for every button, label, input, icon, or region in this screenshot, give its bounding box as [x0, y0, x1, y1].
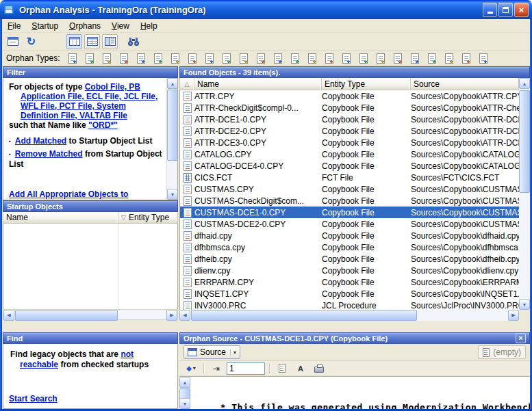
line-number-input[interactable] [227, 362, 265, 375]
scroll-down-icon[interactable]: ▼ [519, 299, 530, 310]
found-col-source[interactable]: Source [411, 78, 518, 90]
details-view-icon[interactable] [66, 34, 82, 49]
menu-orphans[interactable]: Orphans [64, 20, 106, 32]
table-row[interactable]: CUSTMAS-DCE2-0.CPY Copybook File Sources… [180, 218, 519, 230]
table-row[interactable]: CATALOG-DCE4-0.CPY Copybook File Sources… [180, 160, 519, 172]
table-row[interactable]: dlienv.cpy Copybook File Sources\Copyboo… [180, 265, 519, 276]
table-row[interactable]: INV3000.PRC JCL Procedure Sources\JclPro… [180, 300, 519, 310]
orphan-type-icon[interactable] [134, 51, 149, 65]
table-row[interactable]: CATALOG.CPY Copybook File Sources\Copybo… [180, 148, 519, 160]
titlebar[interactable]: Orphan Analysis - TrainingOra (TrainingO… [0, 0, 532, 19]
add-all-link[interactable]: Add All Appropriate Objects to [9, 189, 128, 199]
orphan-type-icon[interactable] [425, 51, 440, 65]
table-row[interactable]: CUSTMAS-DCE1-0.CPY Copybook File Sources… [180, 207, 519, 218]
table-row[interactable]: ERRPARM.CPY Copybook File Sources\Copybo… [180, 276, 519, 288]
menu-startup[interactable]: Startup [26, 20, 64, 32]
orphan-type-icon[interactable] [391, 51, 405, 65]
scroll-up-icon[interactable]: ▲ [167, 78, 178, 89]
orphan-type-icon[interactable] [340, 51, 354, 65]
orphan-type-icon[interactable] [117, 51, 131, 65]
table-row[interactable]: dfheib.cpy Copybook File Sources\Copyboo… [180, 253, 519, 265]
filter-scrollbar[interactable]: ▲ ▼ [166, 78, 177, 200]
scroll-down-icon[interactable]: ▼ [167, 189, 178, 200]
table-row[interactable]: ATTR.CPY Copybook File Sources\Copybook\… [180, 90, 519, 102]
orphan-type-icon[interactable] [288, 51, 303, 65]
found-objects-vscrollbar[interactable]: ▲ ▼ [519, 78, 530, 310]
remove-matched-link[interactable]: Remove Matched [15, 149, 83, 159]
source-view-button[interactable]: Source ▾ [183, 345, 240, 359]
orphan-type-icon[interactable] [477, 51, 491, 65]
scroll-right-icon[interactable]: ▶ [508, 310, 519, 321]
menu-view[interactable]: View [106, 20, 135, 32]
scroll-thumb[interactable] [519, 90, 530, 193]
table-row[interactable]: CUSTMAS-CheckDigit$com... Copybook File … [180, 195, 519, 207]
filter-panel-header[interactable]: Filter [3, 66, 178, 78]
scroll-up-icon[interactable]: ▲ [179, 377, 190, 388]
orphan-type-icon[interactable] [237, 51, 251, 65]
minimize-button[interactable] [483, 3, 497, 17]
found-col-entity-type[interactable]: Entity Type [322, 78, 411, 90]
found-col-sort[interactable]: △ [180, 78, 194, 90]
source-code-view[interactable]: ▲ ▼ * This file was generated using Mode… [179, 376, 530, 409]
orphan-type-icon[interactable] [203, 51, 217, 65]
table-row[interactable]: ATTR-CheckDigit$compl-0... Copybook File… [180, 102, 519, 114]
orphan-type-icon[interactable] [254, 51, 268, 65]
table-row[interactable]: CUSTMAS.CPY Copybook File Sources\Copybo… [180, 183, 519, 195]
table-row[interactable]: CICS.FCT FCT File Sources\FCT\CICS.FCT [180, 172, 519, 183]
add-matched-link[interactable]: Add Matched [15, 136, 66, 146]
startup-objects-panel-header[interactable]: Startup Objects [3, 200, 178, 212]
font-size-icon[interactable]: A [292, 362, 309, 375]
goto-line-icon[interactable]: ⇥ [208, 362, 225, 375]
orphan-type-icon[interactable] [374, 51, 388, 65]
scroll-up-icon[interactable]: ▲ [519, 78, 530, 89]
orphan-type-icon[interactable] [459, 51, 474, 65]
orphan-type-icon[interactable] [442, 51, 457, 65]
project-window-icon[interactable] [5, 34, 21, 49]
scroll-thumb[interactable] [191, 310, 417, 321]
orphan-type-icon[interactable] [357, 51, 371, 65]
menu-help[interactable]: Help [135, 20, 163, 32]
scroll-right-icon[interactable]: ▶ [166, 310, 177, 321]
orphan-type-icon[interactable] [168, 51, 183, 65]
scroll-thumb[interactable] [15, 310, 118, 321]
startup-objects-list[interactable] [3, 224, 178, 309]
table-row[interactable]: ATTR-DCE1-0.CPY Copybook File Sources\Co… [180, 114, 519, 125]
table-row[interactable]: ATTR-DCE2-0.CPY Copybook File Sources\Co… [180, 125, 519, 137]
found-col-name[interactable]: Name [194, 78, 322, 90]
source-vscrollbar[interactable]: ▲ ▼ [179, 377, 190, 409]
orphan-type-icon[interactable] [408, 51, 422, 65]
startup-col-entity-type[interactable]: ▽Entity Type [118, 212, 177, 223]
orphan-type-icon[interactable] [271, 51, 286, 65]
close-button[interactable]: × [514, 3, 529, 17]
table-view-icon[interactable] [84, 34, 100, 49]
page-setup-icon[interactable] [274, 362, 290, 375]
maximize-button[interactable] [498, 3, 513, 17]
startup-objects-hscrollbar[interactable]: ◀ ▶ [3, 309, 178, 320]
binoculars-icon[interactable] [125, 34, 141, 49]
find-panel-header[interactable]: Find [3, 332, 178, 344]
orphan-type-icon[interactable] [66, 51, 80, 65]
scroll-left-icon[interactable]: ◀ [3, 310, 14, 321]
filter-pattern-link[interactable]: "ORD*" [88, 120, 118, 130]
print-icon[interactable] [311, 362, 327, 375]
menu-file[interactable]: File [2, 20, 26, 32]
split-view-icon[interactable] [102, 34, 118, 49]
orphan-type-icon[interactable] [151, 51, 166, 65]
table-row[interactable]: dfhbmsca.cpy Copybook File Sources\Copyb… [180, 241, 519, 253]
orphan-source-panel-header[interactable]: Orphan Source - CUSTMAS-DCE1-0.CPY (Copy… [179, 332, 530, 344]
context-selector[interactable]: (empty) [478, 345, 526, 359]
orphan-type-icon[interactable] [100, 51, 114, 65]
scroll-left-icon[interactable]: ◀ [179, 310, 190, 321]
startup-col-name[interactable]: Name [3, 212, 118, 223]
orphan-type-icon[interactable] [186, 51, 200, 65]
table-row[interactable]: ATTR-DCE3-0.CPY Copybook File Sources\Co… [180, 137, 519, 148]
scroll-down-icon[interactable]: ▼ [179, 398, 190, 409]
orphan-type-icon[interactable] [83, 51, 97, 65]
table-row[interactable]: dfhaid.cpy Copybook File Sources\Copyboo… [180, 230, 519, 241]
found-objects-panel-header[interactable]: Found Objects - 39 item(s). [179, 66, 530, 78]
start-search-link[interactable]: Start Search [9, 394, 58, 403]
scroll-thumb[interactable] [167, 90, 178, 161]
table-row[interactable]: INQSET1.CPY Copybook File Sources\Copybo… [180, 288, 519, 300]
view-mode-dropdown[interactable]: ◆▾ [183, 362, 199, 375]
orphan-type-icon[interactable] [322, 51, 337, 65]
